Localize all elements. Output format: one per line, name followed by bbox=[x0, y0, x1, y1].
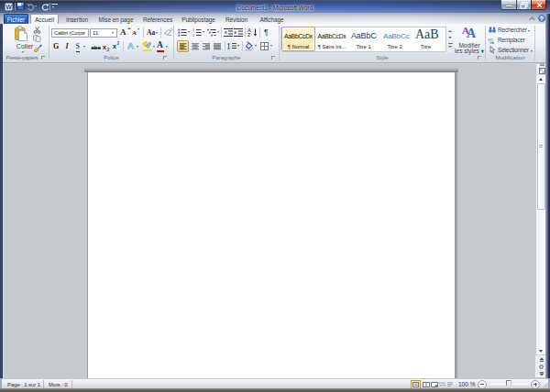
svg-text:ab: ab bbox=[488, 37, 493, 42]
svg-text:2: 2 bbox=[192, 33, 195, 37]
svg-text:1: 1 bbox=[192, 28, 195, 32]
